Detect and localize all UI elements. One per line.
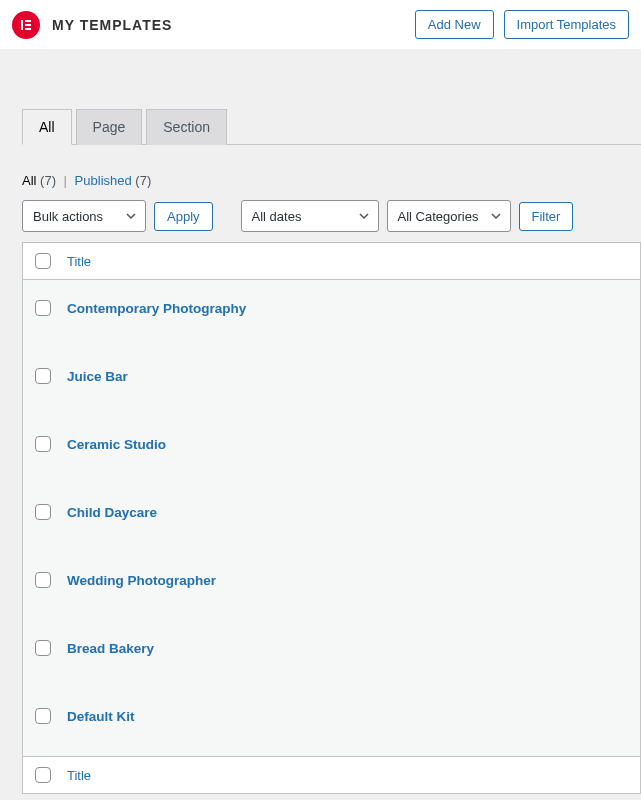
row-checkbox[interactable]: [35, 300, 51, 316]
svg-rect-3: [25, 28, 31, 30]
svg-rect-0: [21, 20, 23, 30]
table-row: Juice Bar: [23, 348, 640, 416]
category-filter-select[interactable]: All Categories: [387, 200, 511, 232]
chevron-down-icon: [358, 210, 370, 222]
separator: |: [64, 173, 67, 188]
template-title-link[interactable]: Bread Bakery: [67, 641, 154, 656]
page-title: My Templates: [50, 17, 172, 33]
apply-bulk-button[interactable]: Apply: [154, 202, 213, 231]
status-published-link[interactable]: Published: [75, 173, 132, 188]
tab-section[interactable]: Section: [146, 109, 227, 145]
status-all-count: (7): [40, 173, 56, 188]
template-title-link[interactable]: Juice Bar: [67, 369, 128, 384]
column-header-title[interactable]: Title: [67, 768, 91, 783]
status-published-count: (7): [135, 173, 151, 188]
table-row: Default Kit: [23, 688, 640, 756]
elementor-logo-icon: [12, 11, 40, 39]
import-templates-button[interactable]: Import Templates: [504, 10, 629, 39]
table-row: Child Daycare: [23, 484, 640, 552]
templates-table: Title Contemporary Photography Juice Bar…: [22, 242, 641, 794]
bulk-actions-select[interactable]: Bulk actions: [22, 200, 146, 232]
template-title-link[interactable]: Wedding Photographer: [67, 573, 216, 588]
row-checkbox[interactable]: [35, 368, 51, 384]
chevron-down-icon: [490, 210, 502, 222]
svg-rect-1: [25, 20, 31, 22]
row-checkbox[interactable]: [35, 708, 51, 724]
template-title-link[interactable]: Child Daycare: [67, 505, 157, 520]
table-row: Wedding Photographer: [23, 552, 640, 620]
column-header-title[interactable]: Title: [67, 254, 91, 269]
select-all-checkbox[interactable]: [35, 253, 51, 269]
status-filter: All (7) | Published (7): [22, 173, 641, 188]
top-controls: Bulk actions Apply All dates All Categor…: [22, 200, 641, 232]
status-all-label[interactable]: All: [22, 173, 36, 188]
template-title-link[interactable]: Contemporary Photography: [67, 301, 246, 316]
table-footer: Title: [23, 756, 640, 793]
row-checkbox[interactable]: [35, 572, 51, 588]
template-title-link[interactable]: Ceramic Studio: [67, 437, 166, 452]
select-all-checkbox[interactable]: [35, 767, 51, 783]
template-title-link[interactable]: Default Kit: [67, 709, 135, 724]
table-header: Title: [23, 243, 640, 280]
add-new-button[interactable]: Add New: [415, 10, 494, 39]
tab-all[interactable]: All: [22, 109, 72, 145]
date-filter-select[interactable]: All dates: [241, 200, 379, 232]
chevron-down-icon: [125, 210, 137, 222]
row-checkbox[interactable]: [35, 504, 51, 520]
table-row: Contemporary Photography: [23, 280, 640, 348]
category-filter-value: All Categories: [398, 209, 479, 224]
content-area: All Page Section All (7) | Published (7)…: [0, 49, 641, 800]
filter-button[interactable]: Filter: [519, 202, 574, 231]
top-bar: My Templates Add New Import Templates: [0, 0, 641, 49]
svg-rect-2: [25, 24, 31, 26]
table-row: Ceramic Studio: [23, 416, 640, 484]
tab-page[interactable]: Page: [76, 109, 143, 145]
bulk-actions-value: Bulk actions: [33, 209, 103, 224]
row-checkbox[interactable]: [35, 436, 51, 452]
row-checkbox[interactable]: [35, 640, 51, 656]
table-row: Bread Bakery: [23, 620, 640, 688]
date-filter-value: All dates: [252, 209, 302, 224]
type-tabs: All Page Section: [22, 109, 641, 145]
